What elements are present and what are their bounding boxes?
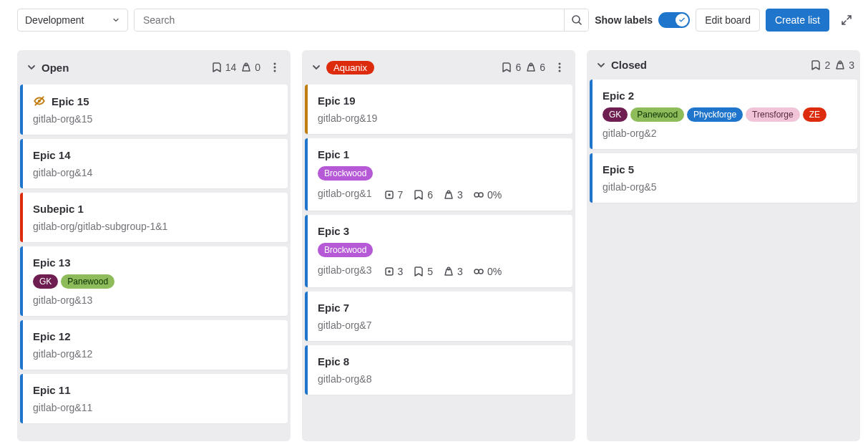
more-icon[interactable] [550, 59, 570, 76]
label[interactable]: Trensforge [746, 107, 800, 122]
board-select-label: Development [25, 14, 84, 26]
search [134, 9, 589, 32]
column-header: Aquanix66 [302, 50, 575, 85]
svg-point-14 [447, 191, 450, 193]
confidential-icon [33, 95, 46, 107]
svg-line-1 [579, 22, 581, 24]
svg-point-13 [388, 193, 391, 196]
column-title: Open [42, 62, 69, 74]
card-title: Epic 5 [603, 163, 634, 176]
search-button[interactable] [564, 9, 588, 31]
card-title: Epic 19 [318, 95, 356, 107]
board-area: Open140Epic 15gitlab-org&15Epic 14gitlab… [0, 40, 868, 441]
card-ref: gitlab-org&3 [318, 264, 372, 276]
svg-point-18 [388, 270, 391, 273]
epic-card[interactable]: Epic 14gitlab-org&14 [20, 139, 288, 188]
card-title: Epic 3 [318, 225, 349, 237]
svg-point-8 [530, 63, 532, 66]
card-title: Subepic 1 [33, 203, 84, 215]
label[interactable]: GK [33, 274, 58, 289]
card-title: Epic 8 [318, 355, 349, 367]
chevron-down-icon[interactable] [595, 59, 607, 71]
card-stats: 3530% [384, 266, 502, 277]
card-title: Epic 7 [318, 302, 349, 314]
card-ref: gitlab-org&14 [33, 167, 278, 178]
card-ref: gitlab-org&1 [318, 188, 372, 199]
show-labels-toggle[interactable] [658, 12, 690, 28]
svg-point-10 [559, 67, 561, 69]
epic-card[interactable]: Subepic 1gitlab-org/gitlab-subgroup-1&1 [20, 193, 288, 242]
svg-point-4 [274, 67, 276, 69]
weight-count: 3 [834, 59, 854, 71]
epic-card[interactable]: Epic 3Brockwoodgitlab-org&33530% [305, 215, 572, 287]
svg-point-2 [245, 63, 248, 66]
svg-point-3 [274, 63, 276, 65]
stat-issues: 7 [384, 189, 404, 201]
check-icon [678, 16, 686, 24]
epic-count: 2 [810, 59, 830, 71]
board-select[interactable]: Development [17, 9, 128, 32]
epic-card[interactable]: Epic 1Brockwoodgitlab-org&17630% [305, 138, 572, 211]
column-header: Closed23 [587, 50, 860, 80]
epic-card[interactable]: Epic 13GKPanewoodgitlab-org&13 [20, 246, 288, 316]
labels: GKPanewoodPhyckforgeTrensforgeZE [603, 107, 847, 122]
stat-issues: 3 [384, 266, 404, 277]
stat-progress: 0% [473, 266, 502, 277]
expand-icon[interactable] [838, 11, 855, 29]
stat-weight: 3 [443, 189, 463, 201]
card-title: Epic 11 [33, 384, 71, 396]
epic-card[interactable]: Epic 5gitlab-org&5 [590, 153, 857, 203]
stat-epics: 6 [413, 189, 433, 201]
label[interactable]: Panewood [61, 274, 114, 289]
topbar: Development Show labels Edit board Creat… [0, 0, 868, 40]
chevron-down-icon[interactable] [26, 62, 37, 73]
label[interactable]: ZE [803, 107, 826, 122]
epic-card[interactable]: Epic 12gitlab-org&12 [20, 320, 288, 370]
labels: Brockwood [318, 166, 562, 181]
epic-card[interactable]: Epic 7gitlab-org&7 [305, 292, 572, 341]
epic-card[interactable]: Epic 11gitlab-org&11 [20, 374, 288, 423]
svg-point-21 [479, 269, 483, 274]
stat-epics: 5 [413, 266, 433, 277]
cards-list[interactable]: Epic 15gitlab-org&15Epic 14gitlab-org&14… [17, 85, 291, 441]
label[interactable]: Brockwood [318, 243, 373, 257]
search-input[interactable] [135, 9, 564, 31]
edit-board-button[interactable]: Edit board [696, 9, 760, 32]
label[interactable]: Brockwood [318, 166, 373, 181]
card-ref: gitlab-org&15 [33, 113, 278, 125]
create-list-button[interactable]: Create list [766, 9, 829, 32]
card-title: Epic 15 [52, 95, 89, 107]
card-ref: gitlab-org&19 [318, 112, 562, 124]
column-title: Closed [611, 59, 647, 71]
svg-point-22 [839, 61, 842, 64]
card-ref: gitlab-org/gitlab-subgroup-1&1 [33, 221, 278, 232]
epic-card[interactable]: Epic 2GKPanewoodPhyckforgeTrensforgeZEgi… [590, 80, 857, 149]
cards-list[interactable]: Epic 2GKPanewoodPhyckforgeTrensforgeZEgi… [587, 80, 860, 441]
svg-point-20 [474, 269, 479, 274]
card-ref: gitlab-org&2 [603, 128, 847, 139]
chevron-down-icon [112, 16, 120, 24]
card-stats: 7630% [384, 189, 502, 201]
search-icon [571, 14, 582, 26]
card-ref: gitlab-org&11 [33, 402, 278, 413]
chevron-down-icon[interactable] [311, 62, 322, 73]
show-labels-text: Show labels [595, 14, 653, 26]
board-column: Open140Epic 15gitlab-org&15Epic 14gitlab… [17, 50, 291, 441]
more-icon[interactable] [265, 59, 285, 76]
label[interactable]: GK [603, 107, 628, 122]
epic-card[interactable]: Epic 19gitlab-org&19 [305, 85, 572, 134]
card-title: Epic 2 [603, 90, 634, 102]
cards-list[interactable]: Epic 19gitlab-org&19Epic 1Brockwoodgitla… [302, 85, 575, 441]
label[interactable]: Panewood [630, 107, 684, 122]
label[interactable]: Phyckforge [687, 107, 743, 122]
weight-count: 6 [525, 62, 545, 73]
epic-card[interactable]: Epic 15gitlab-org&15 [20, 85, 288, 135]
card-title: Epic 1 [318, 148, 349, 160]
epic-card[interactable]: Epic 8gitlab-org&8 [305, 345, 572, 395]
stat-progress: 0% [473, 189, 502, 201]
board-column: Closed23Epic 2GKPanewoodPhyckforgeTrensf… [587, 50, 860, 441]
svg-point-9 [559, 63, 561, 65]
svg-point-5 [274, 70, 276, 72]
svg-point-11 [559, 70, 561, 72]
column-title-badge: Aquanix [326, 61, 374, 74]
